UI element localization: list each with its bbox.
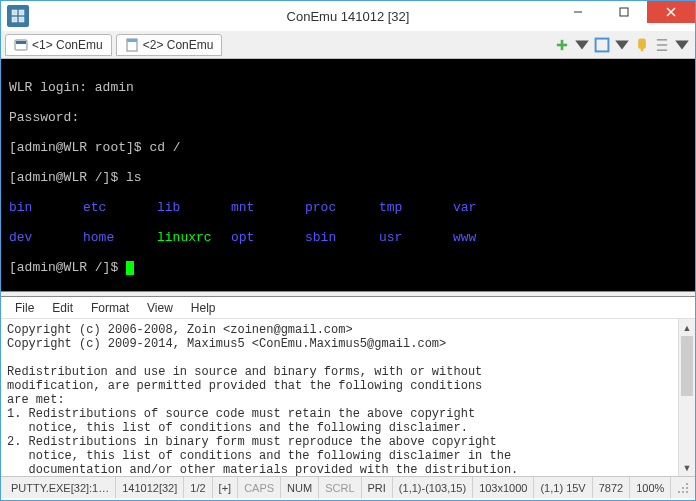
ls-output-row: binetclibmntproctmpvar [9, 200, 687, 215]
scroll-down-icon[interactable]: ▼ [679, 459, 695, 476]
menu-file[interactable]: File [7, 299, 42, 317]
ls-entry: tmp [379, 200, 453, 215]
ls-entry: proc [305, 200, 379, 215]
app-icon [7, 5, 29, 27]
ls-entry: lib [157, 200, 231, 215]
status-size: 103x1000 [473, 477, 534, 498]
terminal-line: Password: [9, 110, 79, 125]
status-cursor: (1,1)-(103,15) [393, 477, 473, 498]
new-console-button[interactable] [553, 36, 571, 54]
tab-2[interactable]: <2> ConEmu [116, 34, 223, 56]
cursor [126, 261, 134, 275]
svg-rect-18 [641, 45, 644, 51]
minimize-button[interactable] [555, 1, 601, 23]
menu-view[interactable]: View [139, 299, 181, 317]
dropdown-icon[interactable] [613, 36, 631, 54]
status-exe: PUTTY.EXE[32]:1… [5, 477, 116, 498]
tab-label: <1> ConEmu [32, 38, 103, 52]
ls-entry: var [453, 200, 527, 215]
menubar: FileEditFormatViewHelp [1, 297, 695, 319]
terminal-line: WLR login: admin [9, 80, 134, 95]
command: ls [126, 170, 142, 185]
svg-rect-9 [16, 41, 26, 44]
prompt: [admin@WLR /]$ [9, 260, 126, 275]
console-icon [14, 38, 28, 52]
svg-point-23 [686, 483, 688, 485]
command: cd / [149, 140, 180, 155]
svg-marker-14 [575, 40, 589, 49]
svg-rect-11 [127, 39, 137, 42]
svg-rect-5 [620, 8, 628, 16]
titlebar: ConEmu 141012 [32] [1, 1, 695, 31]
dropdown-icon[interactable] [673, 36, 691, 54]
menu-edit[interactable]: Edit [44, 299, 81, 317]
tab-label: <2> ConEmu [143, 38, 214, 52]
svg-rect-2 [12, 17, 17, 22]
ls-entry: sbin [305, 230, 379, 245]
status-num: NUM [281, 477, 319, 498]
scrollbar[interactable]: ▲ ▼ [678, 319, 695, 476]
tab-1[interactable]: <1> ConEmu [5, 34, 112, 56]
svg-point-27 [682, 491, 684, 493]
svg-rect-13 [561, 39, 564, 49]
prompt: [admin@WLR root]$ [9, 140, 149, 155]
ls-entry: linuxrc [157, 230, 231, 245]
svg-rect-15 [596, 38, 609, 51]
status-panes: 1/2 [184, 477, 212, 498]
status-build: 141012[32] [116, 477, 184, 498]
ls-entry: usr [379, 230, 453, 245]
dropdown-icon[interactable] [573, 36, 591, 54]
ls-entry: mnt [231, 200, 305, 215]
ls-entry: opt [231, 230, 305, 245]
svg-rect-1 [19, 10, 24, 15]
tabbar-toolbar [553, 36, 691, 54]
terminal-pane[interactable]: WLR login: admin Password: [admin@WLR ro… [1, 59, 695, 291]
status-scrl: SCRL [319, 477, 361, 498]
status-pos: (1,1) 15V [534, 477, 592, 498]
tabbar: <1> ConEmu <2> ConEmu [1, 31, 695, 59]
svg-marker-16 [615, 40, 629, 49]
prompt: [admin@WLR /]$ [9, 170, 126, 185]
always-on-top-button[interactable] [633, 36, 651, 54]
text-pane: Copyright (c) 2006-2008, Zoin <zoinen@gm… [1, 319, 695, 476]
window-controls [555, 1, 695, 31]
svg-point-25 [686, 487, 688, 489]
svg-marker-22 [675, 40, 689, 49]
statusbar: PUTTY.EXE[32]:1… 141012[32] 1/2 [+] CAPS… [1, 476, 695, 498]
svg-point-28 [686, 491, 688, 493]
menu-help[interactable]: Help [183, 299, 224, 317]
license-text[interactable]: Copyright (c) 2006-2008, Zoin <zoinen@gm… [1, 319, 678, 476]
window-title: ConEmu 141012 [32] [287, 9, 410, 24]
close-button[interactable] [647, 1, 695, 23]
notepad-icon [125, 38, 139, 52]
svg-rect-3 [19, 17, 24, 22]
svg-rect-0 [12, 10, 17, 15]
status-plus: [+] [213, 477, 239, 498]
scroll-thumb[interactable] [681, 336, 693, 396]
ls-entry: home [83, 230, 157, 245]
menu-format[interactable]: Format [83, 299, 137, 317]
ls-entry: dev [9, 230, 83, 245]
resize-grip-icon[interactable] [675, 480, 691, 496]
svg-point-26 [678, 491, 680, 493]
ls-entry: etc [83, 200, 157, 215]
ls-output-row: devhomelinuxrcoptsbinusrwww [9, 230, 687, 245]
status-pid: 7872 [593, 477, 630, 498]
status-pri: PRI [362, 477, 393, 498]
scroll-up-icon[interactable]: ▲ [679, 319, 695, 336]
status-caps: CAPS [238, 477, 281, 498]
settings-button[interactable] [653, 36, 671, 54]
status-zoom: 100% [630, 477, 671, 498]
maximize-button[interactable] [601, 1, 647, 23]
ls-entry: www [453, 230, 527, 245]
maximize-pane-button[interactable] [593, 36, 611, 54]
svg-point-24 [682, 487, 684, 489]
ls-entry: bin [9, 200, 83, 215]
